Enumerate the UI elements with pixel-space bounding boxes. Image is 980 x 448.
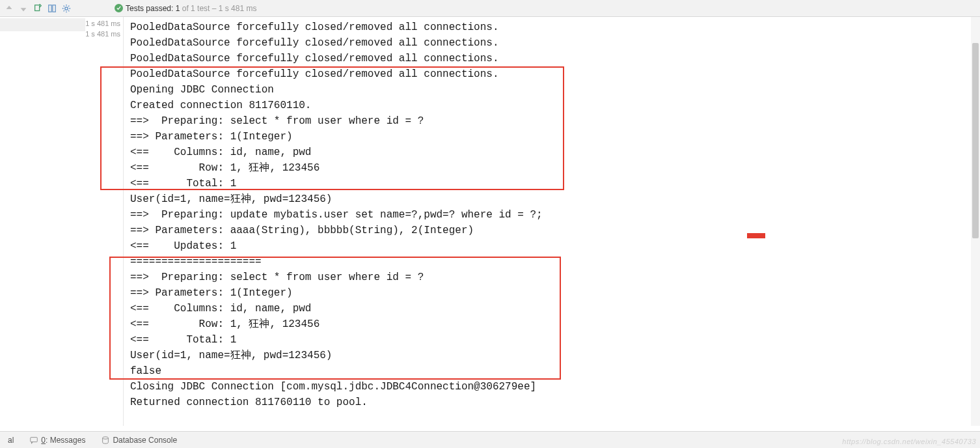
messages-tab[interactable]: 0: Messages bbox=[29, 436, 85, 445]
svg-rect-2 bbox=[53, 5, 55, 12]
terminal-tab[interactable]: al bbox=[8, 436, 14, 445]
timing-2: 1 s 481 ms bbox=[85, 30, 120, 38]
database-console-tab[interactable]: Database Console bbox=[101, 436, 177, 445]
scrollbar-thumb[interactable] bbox=[972, 43, 979, 238]
toolbar: Tests passed: 1 of 1 test – 1 s 481 ms bbox=[0, 0, 980, 17]
timing-1: 1 s 481 ms bbox=[85, 20, 120, 27]
svg-rect-0 bbox=[35, 5, 40, 10]
arrow-up-icon[interactable] bbox=[4, 3, 14, 14]
messages-icon bbox=[29, 436, 38, 445]
annotation-mark bbox=[747, 233, 765, 238]
svg-point-3 bbox=[65, 7, 68, 9]
status-rest: of 1 test – 1 s 481 ms bbox=[180, 4, 256, 13]
pass-icon bbox=[115, 4, 123, 12]
messages-rest: : Messages bbox=[46, 436, 85, 445]
status-prefix: Tests passed: bbox=[126, 4, 176, 13]
export-icon[interactable] bbox=[33, 3, 43, 14]
arrow-down-icon[interactable] bbox=[18, 3, 29, 14]
tests-status: Tests passed: 1 of 1 test – 1 s 481 ms bbox=[115, 4, 256, 13]
watermark: https://blog.csdn.net/weixin_45540733 bbox=[842, 438, 976, 445]
svg-rect-1 bbox=[49, 5, 51, 12]
database-label: Database Console bbox=[113, 436, 177, 445]
vertical-scrollbar[interactable] bbox=[971, 17, 980, 426]
test-tree-gutter[interactable]: 1 s 481 ms 1 s 481 ms bbox=[0, 17, 124, 426]
bottom-toolbar: al 0: Messages Database Console bbox=[0, 431, 980, 448]
terminal-label: al bbox=[8, 436, 14, 445]
svg-point-5 bbox=[103, 436, 109, 439]
svg-rect-4 bbox=[31, 437, 38, 441]
console-output[interactable]: PooledDataSource forcefully closed/remov… bbox=[124, 17, 980, 426]
layout-icon[interactable] bbox=[47, 3, 57, 14]
gear-icon[interactable] bbox=[61, 3, 72, 14]
database-icon bbox=[101, 436, 110, 445]
gutter-selection bbox=[0, 18, 85, 31]
main-area: 1 s 481 ms 1 s 481 ms PooledDataSource f… bbox=[0, 17, 980, 426]
